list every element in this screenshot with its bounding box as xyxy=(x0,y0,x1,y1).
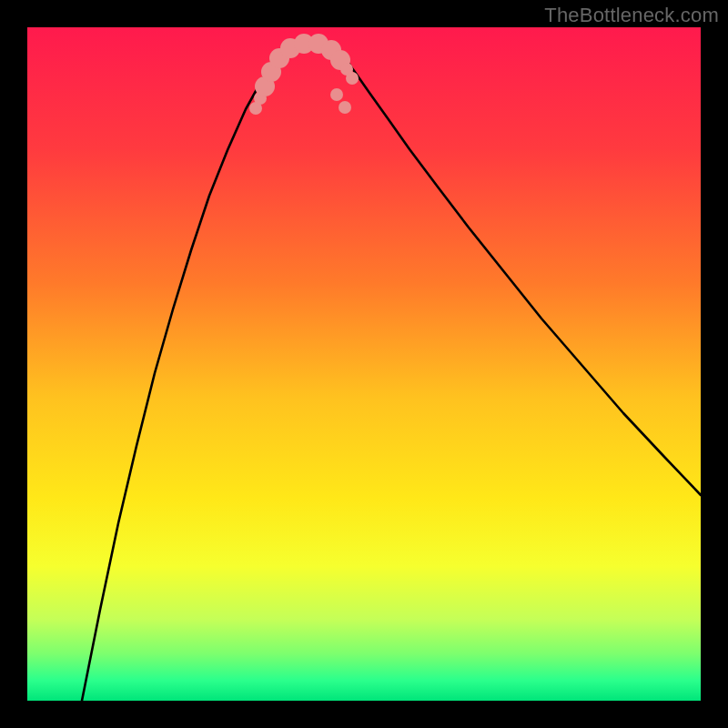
plot-area xyxy=(27,27,701,701)
chart-frame: TheBottleneck.com xyxy=(0,0,728,728)
chart-svg xyxy=(27,27,701,701)
marker-dot xyxy=(330,88,343,101)
marker-dot xyxy=(346,72,359,85)
gradient-background xyxy=(27,27,701,701)
watermark-text: TheBottleneck.com xyxy=(544,4,719,27)
marker-dot xyxy=(339,101,351,114)
